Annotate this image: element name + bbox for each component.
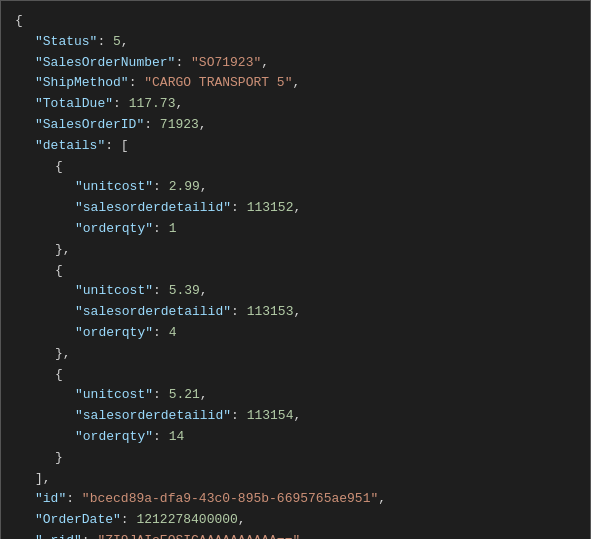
totaldue-line: "TotalDue": 117.73, xyxy=(15,94,576,115)
details-key-line: "details": [ xyxy=(15,136,576,157)
orderqty2-line: "orderqty": 4 xyxy=(15,323,576,344)
json-viewer: { "Status": 5, "SalesOrderNumber": "SO71… xyxy=(0,0,591,539)
details-item1-open: { xyxy=(15,157,576,178)
status-line: "Status": 5, xyxy=(15,32,576,53)
salesordernumber-line: "SalesOrderNumber": "SO71923", xyxy=(15,53,576,74)
orderdate-line: "OrderDate": 1212278400000, xyxy=(15,510,576,531)
details-item3-open: { xyxy=(15,365,576,386)
details-item2-open: { xyxy=(15,261,576,282)
details-item1-close: }, xyxy=(15,240,576,261)
orderqty3-line: "orderqty": 14 xyxy=(15,427,576,448)
details-item2-close: }, xyxy=(15,344,576,365)
details-item3-close: } xyxy=(15,448,576,469)
details-array-close: ], xyxy=(15,469,576,490)
unitcost2-line: "unitcost": 5.39, xyxy=(15,281,576,302)
salesorderid-line: "SalesOrderID": 71923, xyxy=(15,115,576,136)
unitcost1-line: "unitcost": 2.99, xyxy=(15,177,576,198)
salesorderdetailid1-line: "salesorderdetailid": 113152, xyxy=(15,198,576,219)
unitcost3-line: "unitcost": 5.21, xyxy=(15,385,576,406)
salesorderdetailid3-line: "salesorderdetailid": 113154, xyxy=(15,406,576,427)
orderqty1-line: "orderqty": 1 xyxy=(15,219,576,240)
open-brace: { xyxy=(15,11,576,32)
shipmethod-line: "ShipMethod": "CARGO TRANSPORT 5", xyxy=(15,73,576,94)
id-line: "id": "bcecd89a-dfa9-43c0-895b-6695765ae… xyxy=(15,489,576,510)
salesorderdetailid2-line: "salesorderdetailid": 113153, xyxy=(15,302,576,323)
rid-line: "_rid": "ZI9JAIcEOSICAAAAAAAAAA==", xyxy=(15,531,576,539)
